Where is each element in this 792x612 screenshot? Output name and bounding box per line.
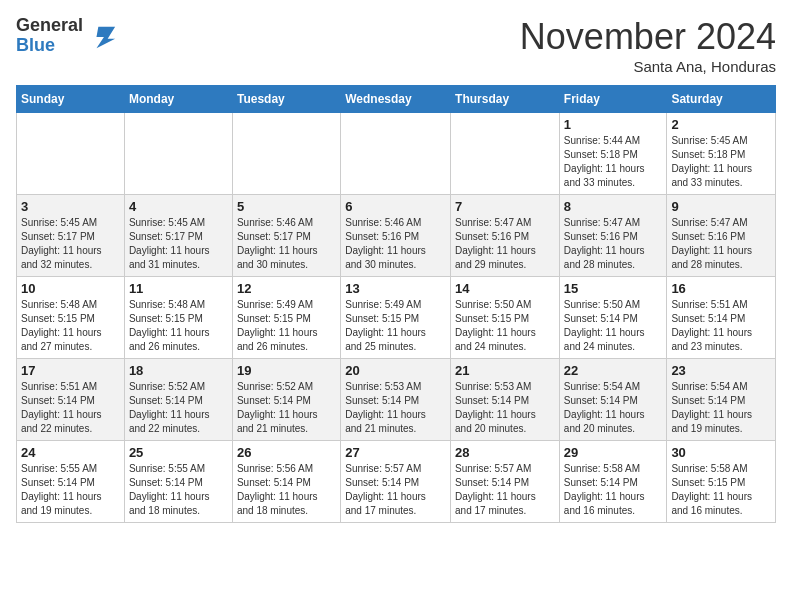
day-info: Sunrise: 5:53 AM Sunset: 5:14 PM Dayligh…	[455, 380, 555, 436]
day-number: 5	[237, 199, 336, 214]
day-cell: 22Sunrise: 5:54 AM Sunset: 5:14 PM Dayli…	[559, 359, 667, 441]
day-info: Sunrise: 5:48 AM Sunset: 5:15 PM Dayligh…	[129, 298, 228, 354]
day-info: Sunrise: 5:46 AM Sunset: 5:16 PM Dayligh…	[345, 216, 446, 272]
day-cell: 23Sunrise: 5:54 AM Sunset: 5:14 PM Dayli…	[667, 359, 776, 441]
day-cell: 5Sunrise: 5:46 AM Sunset: 5:17 PM Daylig…	[232, 195, 340, 277]
day-cell: 8Sunrise: 5:47 AM Sunset: 5:16 PM Daylig…	[559, 195, 667, 277]
day-info: Sunrise: 5:54 AM Sunset: 5:14 PM Dayligh…	[671, 380, 771, 436]
day-number: 17	[21, 363, 120, 378]
logo: General Blue	[16, 16, 117, 56]
day-cell: 25Sunrise: 5:55 AM Sunset: 5:14 PM Dayli…	[124, 441, 232, 523]
page-header: General Blue November 2024 Santa Ana, Ho…	[16, 16, 776, 75]
day-info: Sunrise: 5:50 AM Sunset: 5:15 PM Dayligh…	[455, 298, 555, 354]
day-cell: 9Sunrise: 5:47 AM Sunset: 5:16 PM Daylig…	[667, 195, 776, 277]
day-cell	[17, 113, 125, 195]
day-number: 12	[237, 281, 336, 296]
day-info: Sunrise: 5:47 AM Sunset: 5:16 PM Dayligh…	[564, 216, 663, 272]
svg-marker-0	[97, 26, 116, 47]
header-saturday: Saturday	[667, 86, 776, 113]
day-info: Sunrise: 5:44 AM Sunset: 5:18 PM Dayligh…	[564, 134, 663, 190]
day-number: 11	[129, 281, 228, 296]
day-cell: 10Sunrise: 5:48 AM Sunset: 5:15 PM Dayli…	[17, 277, 125, 359]
day-cell: 24Sunrise: 5:55 AM Sunset: 5:14 PM Dayli…	[17, 441, 125, 523]
day-cell: 20Sunrise: 5:53 AM Sunset: 5:14 PM Dayli…	[341, 359, 451, 441]
header-tuesday: Tuesday	[232, 86, 340, 113]
day-info: Sunrise: 5:47 AM Sunset: 5:16 PM Dayligh…	[455, 216, 555, 272]
day-number: 3	[21, 199, 120, 214]
day-number: 23	[671, 363, 771, 378]
day-cell: 28Sunrise: 5:57 AM Sunset: 5:14 PM Dayli…	[451, 441, 560, 523]
day-number: 2	[671, 117, 771, 132]
day-info: Sunrise: 5:58 AM Sunset: 5:14 PM Dayligh…	[564, 462, 663, 518]
day-number: 14	[455, 281, 555, 296]
logo-text: General Blue	[16, 16, 83, 56]
day-number: 20	[345, 363, 446, 378]
calendar-header: SundayMondayTuesdayWednesdayThursdayFrid…	[17, 86, 776, 113]
day-cell: 11Sunrise: 5:48 AM Sunset: 5:15 PM Dayli…	[124, 277, 232, 359]
logo-icon	[89, 22, 117, 50]
day-info: Sunrise: 5:57 AM Sunset: 5:14 PM Dayligh…	[345, 462, 446, 518]
day-number: 4	[129, 199, 228, 214]
day-cell: 30Sunrise: 5:58 AM Sunset: 5:15 PM Dayli…	[667, 441, 776, 523]
day-info: Sunrise: 5:52 AM Sunset: 5:14 PM Dayligh…	[129, 380, 228, 436]
week-row-4: 24Sunrise: 5:55 AM Sunset: 5:14 PM Dayli…	[17, 441, 776, 523]
day-cell: 17Sunrise: 5:51 AM Sunset: 5:14 PM Dayli…	[17, 359, 125, 441]
day-number: 19	[237, 363, 336, 378]
day-info: Sunrise: 5:49 AM Sunset: 5:15 PM Dayligh…	[237, 298, 336, 354]
day-cell: 3Sunrise: 5:45 AM Sunset: 5:17 PM Daylig…	[17, 195, 125, 277]
day-number: 6	[345, 199, 446, 214]
day-cell	[232, 113, 340, 195]
day-info: Sunrise: 5:50 AM Sunset: 5:14 PM Dayligh…	[564, 298, 663, 354]
day-cell: 13Sunrise: 5:49 AM Sunset: 5:15 PM Dayli…	[341, 277, 451, 359]
day-number: 28	[455, 445, 555, 460]
day-info: Sunrise: 5:48 AM Sunset: 5:15 PM Dayligh…	[21, 298, 120, 354]
day-number: 24	[21, 445, 120, 460]
logo-general: General	[16, 16, 83, 36]
day-number: 7	[455, 199, 555, 214]
day-info: Sunrise: 5:45 AM Sunset: 5:17 PM Dayligh…	[21, 216, 120, 272]
day-cell	[341, 113, 451, 195]
header-wednesday: Wednesday	[341, 86, 451, 113]
day-cell: 7Sunrise: 5:47 AM Sunset: 5:16 PM Daylig…	[451, 195, 560, 277]
day-number: 8	[564, 199, 663, 214]
day-info: Sunrise: 5:51 AM Sunset: 5:14 PM Dayligh…	[671, 298, 771, 354]
day-number: 21	[455, 363, 555, 378]
day-cell: 19Sunrise: 5:52 AM Sunset: 5:14 PM Dayli…	[232, 359, 340, 441]
location: Santa Ana, Honduras	[520, 58, 776, 75]
day-number: 30	[671, 445, 771, 460]
day-info: Sunrise: 5:47 AM Sunset: 5:16 PM Dayligh…	[671, 216, 771, 272]
day-number: 15	[564, 281, 663, 296]
day-cell: 26Sunrise: 5:56 AM Sunset: 5:14 PM Dayli…	[232, 441, 340, 523]
day-number: 26	[237, 445, 336, 460]
day-cell: 6Sunrise: 5:46 AM Sunset: 5:16 PM Daylig…	[341, 195, 451, 277]
day-info: Sunrise: 5:46 AM Sunset: 5:17 PM Dayligh…	[237, 216, 336, 272]
day-info: Sunrise: 5:57 AM Sunset: 5:14 PM Dayligh…	[455, 462, 555, 518]
day-info: Sunrise: 5:58 AM Sunset: 5:15 PM Dayligh…	[671, 462, 771, 518]
day-number: 16	[671, 281, 771, 296]
day-cell: 18Sunrise: 5:52 AM Sunset: 5:14 PM Dayli…	[124, 359, 232, 441]
day-cell	[451, 113, 560, 195]
day-number: 10	[21, 281, 120, 296]
day-number: 27	[345, 445, 446, 460]
day-info: Sunrise: 5:54 AM Sunset: 5:14 PM Dayligh…	[564, 380, 663, 436]
day-info: Sunrise: 5:45 AM Sunset: 5:17 PM Dayligh…	[129, 216, 228, 272]
day-cell: 16Sunrise: 5:51 AM Sunset: 5:14 PM Dayli…	[667, 277, 776, 359]
week-row-1: 3Sunrise: 5:45 AM Sunset: 5:17 PM Daylig…	[17, 195, 776, 277]
day-cell: 4Sunrise: 5:45 AM Sunset: 5:17 PM Daylig…	[124, 195, 232, 277]
day-number: 1	[564, 117, 663, 132]
calendar: SundayMondayTuesdayWednesdayThursdayFrid…	[16, 85, 776, 523]
calendar-body: 1Sunrise: 5:44 AM Sunset: 5:18 PM Daylig…	[17, 113, 776, 523]
day-cell: 15Sunrise: 5:50 AM Sunset: 5:14 PM Dayli…	[559, 277, 667, 359]
day-number: 18	[129, 363, 228, 378]
day-info: Sunrise: 5:52 AM Sunset: 5:14 PM Dayligh…	[237, 380, 336, 436]
header-sunday: Sunday	[17, 86, 125, 113]
day-info: Sunrise: 5:49 AM Sunset: 5:15 PM Dayligh…	[345, 298, 446, 354]
header-monday: Monday	[124, 86, 232, 113]
title-block: November 2024 Santa Ana, Honduras	[520, 16, 776, 75]
header-friday: Friday	[559, 86, 667, 113]
day-number: 29	[564, 445, 663, 460]
day-info: Sunrise: 5:56 AM Sunset: 5:14 PM Dayligh…	[237, 462, 336, 518]
header-row: SundayMondayTuesdayWednesdayThursdayFrid…	[17, 86, 776, 113]
week-row-2: 10Sunrise: 5:48 AM Sunset: 5:15 PM Dayli…	[17, 277, 776, 359]
day-number: 9	[671, 199, 771, 214]
